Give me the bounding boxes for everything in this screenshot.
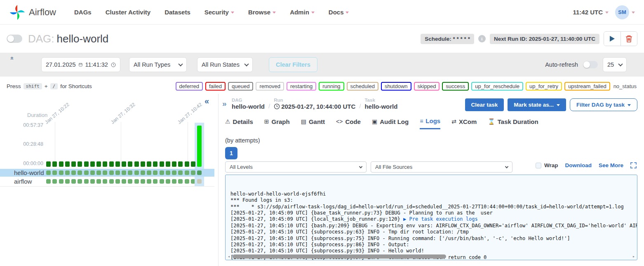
tab-audit-log[interactable]: ▣Audit Log (372, 117, 409, 129)
task-instance-cell[interactable] (90, 170, 95, 175)
task-instance-cell[interactable] (96, 170, 101, 175)
run-duration-bar[interactable] (147, 161, 151, 167)
clock-dropdown[interactable]: 11:42 UTC (573, 9, 609, 16)
task-instance-cell[interactable] (178, 179, 183, 184)
run-duration-bar[interactable] (115, 161, 120, 167)
task-instance-cell[interactable] (71, 179, 76, 184)
task-instance-cell[interactable] (109, 179, 114, 184)
task-instance-cell[interactable] (172, 179, 176, 184)
scroll-left-arrow[interactable]: ◂ (228, 254, 230, 259)
task-instance-cell[interactable] (178, 170, 183, 175)
collapse-grid-icon[interactable]: « (204, 96, 209, 106)
page-size-select[interactable]: 25 (603, 57, 627, 72)
run-duration-bar[interactable] (153, 161, 157, 167)
task-instance-cell[interactable] (185, 179, 189, 184)
nav-item-security[interactable]: Security (204, 9, 234, 16)
wrap-checkbox[interactable]: Wrap (536, 162, 558, 168)
trigger-dag-button[interactable] (604, 32, 620, 46)
task-instance-cell[interactable] (141, 170, 145, 175)
task-instance-cell[interactable] (71, 170, 76, 175)
task-instance-cell[interactable] (103, 170, 107, 175)
mark-state-button[interactable]: Mark state as... (508, 98, 566, 111)
run-duration-bar[interactable] (141, 161, 145, 167)
task-instance-cell[interactable] (191, 170, 195, 175)
clear-filters-button[interactable]: Clear Filters (269, 57, 317, 72)
download-link[interactable]: Download (565, 162, 592, 168)
task-instance-cell[interactable] (166, 179, 170, 184)
task-label-airflow[interactable]: airflow (14, 178, 32, 185)
run-duration-bar[interactable] (197, 126, 202, 167)
task-instance-cell[interactable] (96, 179, 101, 184)
task-instance-cell[interactable] (122, 170, 126, 175)
nav-item-datasets[interactable]: Datasets (165, 9, 190, 16)
run-duration-bar[interactable] (166, 161, 170, 167)
collapse-filters-icon[interactable]: « (9, 56, 16, 60)
nav-item-docs[interactable]: Docs (329, 9, 349, 16)
tab-details[interactable]: ⚠Details (225, 117, 253, 129)
auto-refresh-toggle[interactable] (583, 61, 598, 68)
airflow-logo[interactable]: Airflow (9, 4, 56, 21)
task-instance-cell[interactable] (84, 179, 89, 184)
task-instance-cell[interactable] (90, 179, 95, 184)
breadcrumb-task[interactable]: Task hello-world (364, 98, 397, 110)
task-instance-cell[interactable] (46, 170, 51, 175)
task-instance-cell[interactable] (153, 170, 157, 175)
run-duration-bar[interactable] (185, 161, 189, 167)
task-instance-cell[interactable] (65, 170, 70, 175)
nav-item-admin[interactable]: Admin (290, 9, 315, 16)
task-instance-cell[interactable] (52, 170, 57, 175)
nav-item-cluster-activity[interactable]: Cluster Activity (106, 9, 150, 16)
file-source-select[interactable]: All File Sources (371, 161, 512, 173)
task-instance-cell[interactable] (185, 170, 189, 175)
tab-gantt[interactable]: ▤Gantt (301, 117, 325, 129)
run-types-select[interactable]: All Run Types (129, 57, 187, 72)
run-duration-bar[interactable] (78, 161, 82, 167)
task-instance-cell[interactable] (46, 179, 51, 184)
see-more-link[interactable]: See More (599, 162, 623, 168)
task-instance-cell[interactable] (109, 170, 114, 175)
run-duration-bar[interactable] (191, 161, 195, 167)
delete-dag-button[interactable] (620, 32, 637, 46)
tab-logs[interactable]: ≡Logs (420, 117, 440, 129)
task-instance-cell[interactable] (153, 179, 157, 184)
run-states-select[interactable]: All Run States (197, 57, 253, 72)
breadcrumb-run[interactable]: Run 2025-01-27, 10:44:00 UTC (274, 98, 355, 110)
run-duration-bar[interactable] (96, 161, 101, 167)
task-instance-cell[interactable] (134, 170, 139, 175)
tab-graph[interactable]: ⊞Graph (264, 117, 290, 129)
run-duration-bar[interactable] (46, 161, 51, 167)
task-instance-cell[interactable] (103, 179, 107, 184)
task-instance-cell[interactable] (115, 179, 120, 184)
nav-item-dags[interactable]: DAGs (74, 9, 92, 16)
task-instance-cell[interactable] (78, 179, 82, 184)
task-instance-cell[interactable] (128, 170, 132, 175)
clear-task-button[interactable]: Clear task (465, 98, 504, 111)
task-label-hello-world[interactable]: hello-world (14, 169, 44, 176)
task-instance-cell[interactable] (172, 170, 176, 175)
run-duration-bar[interactable] (52, 161, 57, 167)
task-instance-cell[interactable] (78, 170, 82, 175)
run-duration-bar[interactable] (65, 161, 70, 167)
run-duration-bar[interactable] (178, 161, 183, 167)
run-duration-bar[interactable] (71, 161, 76, 167)
task-instance-cell[interactable] (160, 179, 164, 184)
task-instance-cell[interactable] (160, 170, 164, 175)
task-instance-cell[interactable] (122, 179, 126, 184)
scroll-right-arrow[interactable]: ▸ (632, 254, 635, 259)
run-duration-bar[interactable] (59, 161, 63, 167)
base-date-input[interactable]: 27.01.2025 11:41:32 (41, 57, 120, 72)
fullscreen-icon[interactable] (630, 162, 637, 168)
expand-panel-icon[interactable]: » (222, 99, 227, 108)
task-instance-cell[interactable] (115, 170, 120, 175)
run-duration-bar[interactable] (134, 161, 139, 167)
breadcrumb-dag[interactable]: DAG hello-world (232, 98, 265, 110)
run-duration-bar[interactable] (128, 161, 132, 167)
task-instance-cell[interactable] (166, 170, 170, 175)
tab-xcom[interactable]: ⇄XCom (451, 117, 477, 129)
task-instance-cell[interactable] (52, 179, 57, 184)
task-instance-cell[interactable] (197, 179, 202, 184)
nav-item-browse[interactable]: Browse (248, 9, 276, 16)
run-duration-bar[interactable] (122, 161, 126, 167)
task-instance-cell[interactable] (147, 179, 151, 184)
dag-pause-toggle[interactable] (7, 35, 22, 43)
